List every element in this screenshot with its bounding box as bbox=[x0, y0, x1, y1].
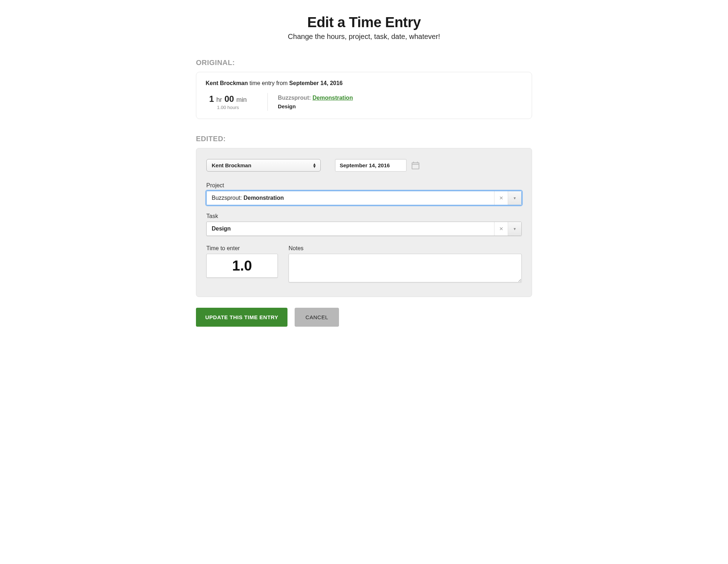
project-value: Demonstration bbox=[244, 195, 284, 201]
original-date: September 14, 2016 bbox=[289, 80, 343, 86]
project-dropdown-icon[interactable]: ▼ bbox=[508, 191, 521, 205]
original-person: Kent Brockman bbox=[206, 80, 248, 86]
notes-field-label: Notes bbox=[289, 245, 522, 252]
original-mins-num: 00 bbox=[225, 94, 234, 104]
date-input[interactable] bbox=[335, 159, 407, 172]
edited-section-label: EDITED: bbox=[196, 135, 532, 143]
original-mid-text: time entry from bbox=[248, 80, 289, 86]
original-task: Design bbox=[278, 103, 353, 109]
update-button[interactable]: UPDATE THIS TIME ENTRY bbox=[196, 308, 287, 327]
original-hours-unit: hr bbox=[216, 96, 222, 103]
edited-form-card: Kent Brockman ▲▼ Project Buzzsprout: Dem… bbox=[196, 148, 532, 297]
task-value: Design bbox=[212, 226, 231, 232]
task-combobox[interactable]: Design ✕ ▼ bbox=[206, 222, 522, 236]
notes-textarea[interactable] bbox=[289, 254, 522, 282]
task-clear-icon[interactable]: ✕ bbox=[494, 222, 508, 236]
project-combobox[interactable]: Buzzsprout: Demonstration ✕ ▼ bbox=[206, 191, 522, 205]
calendar-icon[interactable] bbox=[411, 161, 420, 170]
original-project-link[interactable]: Demonstration bbox=[313, 95, 353, 101]
task-field-label: Task bbox=[206, 213, 522, 219]
project-clear-icon[interactable]: ✕ bbox=[494, 191, 508, 205]
task-dropdown-icon[interactable]: ▼ bbox=[508, 222, 521, 236]
cancel-button[interactable]: CANCEL bbox=[295, 308, 339, 327]
original-hours-num: 1 bbox=[209, 94, 214, 104]
time-input[interactable] bbox=[206, 254, 278, 278]
page-subtitle: Change the hours, project, task, date, w… bbox=[196, 33, 532, 41]
page-title: Edit a Time Entry bbox=[196, 14, 532, 30]
original-decimal-hours: 1.00 hours bbox=[209, 105, 247, 110]
original-mins-unit: min bbox=[236, 96, 247, 103]
svg-rect-0 bbox=[412, 163, 419, 169]
original-entry-summary: Kent Brockman time entry from September … bbox=[206, 80, 522, 86]
original-section-label: ORIGINAL: bbox=[196, 59, 532, 67]
original-entry-card: Kent Brockman time entry from September … bbox=[196, 72, 532, 119]
original-client: Buzzsprout: bbox=[278, 95, 311, 101]
person-select[interactable]: Kent Brockman bbox=[206, 159, 321, 172]
vertical-divider bbox=[267, 93, 268, 111]
project-field-label: Project bbox=[206, 182, 522, 189]
time-field-label: Time to enter bbox=[206, 245, 278, 252]
original-time-block: 1 hr 00 min 1.00 hours bbox=[206, 94, 257, 110]
project-prefix: Buzzsprout: bbox=[212, 195, 244, 201]
